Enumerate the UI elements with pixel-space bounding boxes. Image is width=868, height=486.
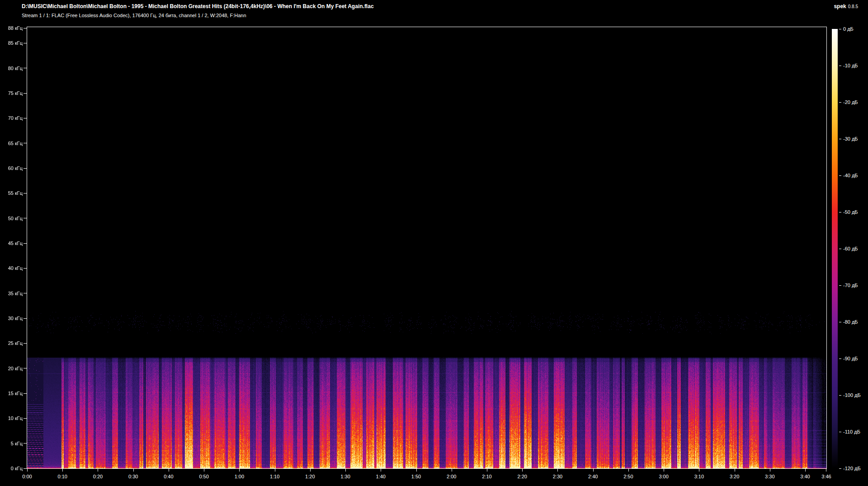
time-tick-label: 3:10 xyxy=(689,474,709,479)
freq-tick-label: 80 кГц xyxy=(0,66,23,71)
db-tick xyxy=(839,395,841,396)
time-tick-label: 3:40 xyxy=(795,474,815,479)
db-tick xyxy=(839,102,841,103)
freq-tick xyxy=(24,43,27,43)
freq-tick-label: 85 кГц xyxy=(0,40,23,46)
time-tick-label: 0:30 xyxy=(123,474,143,479)
db-tick xyxy=(839,285,841,286)
freq-tick-label: 10 кГц xyxy=(0,415,23,421)
freq-tick xyxy=(24,193,27,193)
db-tick xyxy=(839,468,841,469)
freq-tick-label: 65 кГц xyxy=(0,141,23,146)
time-tick-label: 2:40 xyxy=(583,474,603,479)
freq-tick-label: 88 кГц xyxy=(0,25,23,31)
db-tick xyxy=(839,139,841,139)
time-tick xyxy=(239,469,240,472)
time-tick xyxy=(204,469,204,472)
time-tick xyxy=(699,469,699,472)
db-tick xyxy=(839,249,841,249)
time-tick xyxy=(98,469,98,472)
db-tick xyxy=(839,66,841,66)
time-tick xyxy=(826,469,826,472)
freq-tick-label: 75 кГц xyxy=(0,90,23,96)
freq-tick-label: 70 кГц xyxy=(0,115,23,121)
time-tick xyxy=(664,469,664,472)
time-tick xyxy=(345,469,346,472)
time-tick-label: 2:20 xyxy=(512,474,532,479)
time-tick xyxy=(62,469,63,472)
freq-tick xyxy=(24,28,27,28)
db-tick-label: -10 дБ xyxy=(843,63,858,68)
app-name: spek xyxy=(834,3,846,9)
freq-tick-label: 25 кГц xyxy=(0,340,23,346)
spek-window: { "header": { "title": "D:\\MUSIC\\Micha… xyxy=(0,0,868,486)
time-tick-label: 0:40 xyxy=(159,474,179,479)
db-tick-label: -50 дБ xyxy=(843,209,858,215)
db-tick-label: -100 дБ xyxy=(843,392,861,398)
time-tick xyxy=(593,469,594,472)
freq-tick-label: 0 кГц xyxy=(0,466,23,471)
freq-tick xyxy=(24,318,27,319)
freq-tick xyxy=(24,418,27,419)
freq-tick xyxy=(24,68,27,68)
time-tick xyxy=(133,469,134,472)
time-tick-label: 0:20 xyxy=(88,474,108,479)
freq-tick xyxy=(24,343,27,344)
freq-tick-label: 40 кГц xyxy=(0,265,23,271)
time-tick xyxy=(27,469,28,472)
time-tick-label: 3:46 xyxy=(816,474,836,479)
file-path-title: D:\MUSIC\Michael Bolton\Michael Bolton -… xyxy=(22,3,374,9)
db-tick-label: -60 дБ xyxy=(843,246,858,251)
time-tick xyxy=(452,469,452,472)
time-tick-label: 1:20 xyxy=(300,474,320,479)
app-version-number: 0.8.5 xyxy=(848,4,858,9)
db-tick-label: -110 дБ xyxy=(843,429,860,434)
freq-tick xyxy=(24,218,27,218)
freq-tick-label: 15 кГц xyxy=(0,391,23,396)
freq-tick-label: 45 кГц xyxy=(0,241,23,246)
time-tick-label: 2:10 xyxy=(477,474,497,479)
freq-tick xyxy=(24,443,27,444)
db-tick xyxy=(839,432,841,432)
freq-tick-label: 55 кГц xyxy=(0,190,23,196)
time-tick xyxy=(805,469,806,472)
time-tick-label: 3:20 xyxy=(725,474,745,479)
time-tick xyxy=(487,469,487,472)
db-tick-label: -80 дБ xyxy=(843,319,858,325)
time-tick-label: 3:30 xyxy=(760,474,780,479)
time-tick-label: 0:10 xyxy=(52,474,72,479)
time-tick xyxy=(416,469,417,472)
db-tick xyxy=(839,29,841,29)
freq-tick-label: 5 кГц xyxy=(0,441,23,446)
freq-tick xyxy=(24,168,27,169)
freq-tick xyxy=(24,243,27,244)
stream-info: Stream 1 / 1: FLAC (Free Lossless Audio … xyxy=(22,13,246,18)
time-tick xyxy=(735,469,735,472)
freq-tick xyxy=(24,293,27,293)
db-tick xyxy=(839,212,841,212)
time-tick xyxy=(522,469,523,472)
time-tick-label: 0:00 xyxy=(17,474,37,479)
db-tick-label: 0 дБ xyxy=(843,26,854,32)
time-tick-label: 1:10 xyxy=(265,474,285,479)
time-tick-label: 1:00 xyxy=(229,474,249,479)
freq-tick-label: 35 кГц xyxy=(0,291,23,296)
freq-tick xyxy=(24,118,27,118)
time-tick xyxy=(169,469,169,472)
freq-tick-label: 50 кГц xyxy=(0,216,23,221)
freq-tick xyxy=(24,468,27,469)
freq-tick-label: 60 кГц xyxy=(0,165,23,171)
db-tick-label: -40 дБ xyxy=(843,173,858,178)
time-tick xyxy=(310,469,311,472)
time-tick xyxy=(275,469,275,472)
db-tick-label: -70 дБ xyxy=(843,283,858,288)
freq-tick xyxy=(24,143,27,143)
db-tick xyxy=(839,175,841,176)
time-tick-label: 2:30 xyxy=(547,474,567,479)
freq-tick xyxy=(24,393,27,394)
time-tick-label: 1:40 xyxy=(371,474,391,479)
freq-tick-label: 30 кГц xyxy=(0,316,23,321)
time-tick-label: 2:50 xyxy=(618,474,638,479)
time-tick xyxy=(381,469,381,472)
time-tick xyxy=(557,469,558,472)
